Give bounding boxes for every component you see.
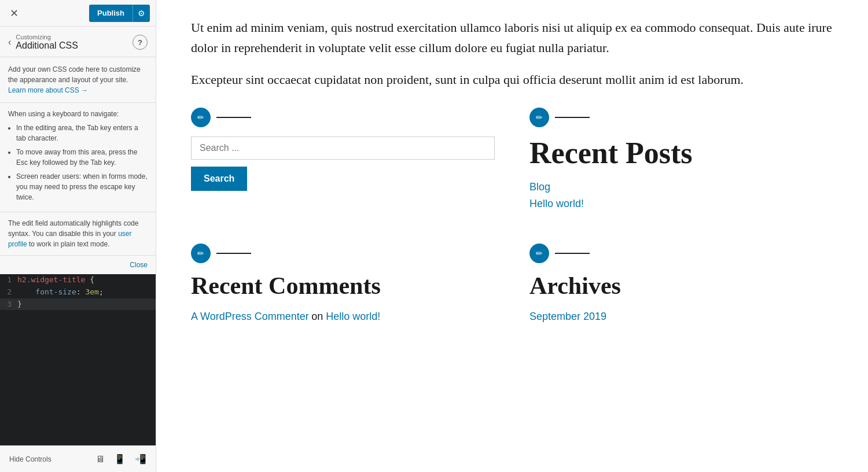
list-item: To move away from this area, press the E… — [16, 147, 148, 168]
archives-title: Archives — [529, 272, 833, 299]
commenter-link[interactable]: A WordPress Commenter — [191, 311, 309, 322]
mobile-view-button[interactable]: 📲 — [131, 451, 150, 467]
close-link-row: Close — [0, 256, 156, 274]
publish-button[interactable]: Publish — [89, 5, 133, 22]
keyboard-nav-section: When using a keyboard to navigate: In th… — [0, 103, 156, 212]
search-widget-icon: ✏ — [191, 108, 211, 127]
device-buttons: 🖥 📱 📲 — [92, 451, 150, 467]
search-widget: ✏ Search — [191, 108, 495, 215]
preview-area: Ut enim ad minim veniam, quis nostrud ex… — [156, 0, 868, 472]
recent-posts-widget-icon: ✏ — [529, 108, 549, 127]
publish-settings-button[interactable]: ⚙ — [133, 5, 150, 22]
line-number: 2 — [0, 286, 17, 298]
back-button[interactable]: ‹ — [8, 37, 11, 47]
recent-comments-title: Recent Comments — [191, 272, 495, 299]
comment-post-link[interactable]: Hello world! — [326, 311, 380, 322]
line-number: 3 — [0, 298, 17, 311]
panel-description: Add your own CSS code here to customize … — [0, 57, 156, 103]
keyboard-nav-list: In the editing area, the Tab key enters … — [8, 123, 148, 202]
panel-title: Additional CSS — [16, 40, 133, 51]
panel-title-block: Customizing Additional CSS — [16, 34, 133, 51]
comment-on-label: on — [311, 311, 323, 322]
plain-text-note: The edit field automatically highlights … — [0, 212, 156, 256]
line-content: } — [17, 298, 156, 311]
description-text: Add your own CSS code here to customize … — [8, 64, 148, 85]
recent-posts-widget-divider — [555, 117, 590, 118]
archives-widget-divider — [555, 253, 590, 254]
search-widget-header: ✏ — [191, 108, 495, 127]
desktop-view-button[interactable]: 🖥 — [92, 451, 108, 467]
top-bar: ✕ Publish ⚙ — [0, 0, 156, 27]
panel-header: ‹ Customizing Additional CSS ? — [0, 27, 156, 57]
customizing-label: Customizing — [16, 34, 133, 40]
close-link[interactable]: Close — [130, 261, 148, 269]
archives-link: September 2019 — [529, 311, 833, 323]
code-line-2: 2 font-size: 3em; — [0, 286, 156, 298]
code-line-1: 1 h2.widget-title { — [0, 274, 156, 286]
recent-post-blog-link[interactable]: Blog — [529, 181, 833, 193]
line-number: 1 — [0, 274, 17, 286]
comment-link: A WordPress Commenter on Hello world! — [191, 311, 495, 323]
recent-post-hello-link[interactable]: Hello world! — [529, 198, 833, 210]
help-button[interactable]: ? — [133, 35, 148, 50]
recent-comments-widget-icon: ✏ — [191, 244, 211, 263]
hide-controls-label: Hide Controls — [9, 455, 52, 463]
archives-month-link[interactable]: September 2019 — [529, 311, 606, 322]
recent-posts-title: Recent Posts — [529, 137, 833, 169]
preview-text-block: Ut enim ad minim veniam, quis nostrud ex… — [191, 17, 833, 90]
tablet-view-button[interactable]: 📱 — [111, 451, 129, 467]
archives-widget-icon: ✏ — [529, 244, 549, 263]
widgets-row-1: ✏ Search ✏ Recent Posts Blog Hello world… — [191, 108, 833, 215]
recent-posts-widget: ✏ Recent Posts Blog Hello world! — [529, 108, 833, 215]
gear-icon: ⚙ — [138, 9, 145, 18]
code-line-3: 3 } — [0, 298, 156, 311]
close-customizer-button[interactable]: ✕ — [6, 5, 22, 21]
publish-area: Publish ⚙ — [89, 5, 150, 22]
recent-comments-widget-divider — [216, 253, 251, 254]
preview-paragraph-2: Excepteur sint occaecat cupidatat non pr… — [191, 69, 833, 90]
learn-more-link[interactable]: Learn more about CSS → — [8, 86, 88, 94]
recent-comments-widget: ✏ Recent Comments A WordPress Commenter … — [191, 244, 495, 323]
recent-comments-widget-header: ✏ — [191, 244, 495, 263]
code-editor[interactable]: 1 h2.widget-title { 2 font-size: 3em; 3 … — [0, 274, 156, 445]
line-content: h2.widget-title { — [17, 274, 156, 286]
search-widget-divider — [216, 117, 251, 118]
widgets-row-2: ✏ Recent Comments A WordPress Commenter … — [191, 244, 833, 323]
keyboard-nav-heading: When using a keyboard to navigate: — [8, 109, 148, 119]
archives-widget-header: ✏ — [529, 244, 833, 263]
recent-posts-widget-header: ✏ — [529, 108, 833, 127]
recent-posts-links: Blog Hello world! — [529, 181, 833, 210]
plain-text-suffix: to work in plain text mode. — [27, 240, 110, 248]
list-item: In the editing area, the Tab key enters … — [16, 123, 148, 143]
search-button[interactable]: Search — [191, 167, 247, 191]
archives-widget: ✏ Archives September 2019 — [529, 244, 833, 323]
preview-paragraph-1: Ut enim ad minim veniam, quis nostrud ex… — [191, 17, 833, 58]
search-input[interactable] — [191, 137, 495, 160]
left-panel: ✕ Publish ⚙ ‹ Customizing Additional CSS… — [0, 0, 156, 472]
bottom-bar: Hide Controls 🖥 📱 📲 — [0, 445, 156, 472]
hide-controls-button[interactable]: Hide Controls — [6, 453, 55, 466]
line-content: font-size: 3em; — [17, 286, 156, 298]
list-item: Screen reader users: when in forms mode,… — [16, 171, 148, 202]
